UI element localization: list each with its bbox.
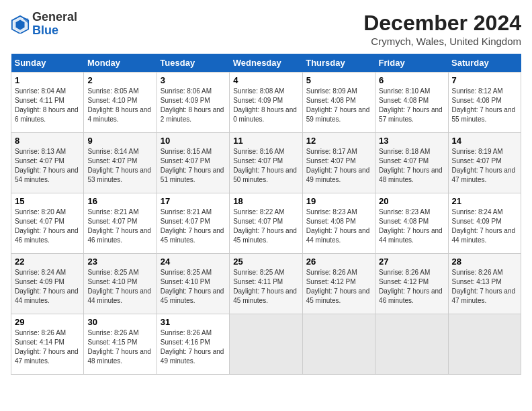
calendar-cell: 20Sunrise: 8:23 AMSunset: 4:08 PMDayligh… [375,193,448,254]
day-number: 1 [15,75,80,85]
day-info: Sunrise: 8:26 AMSunset: 4:12 PMDaylight:… [306,268,371,306]
day-number: 6 [379,75,444,85]
month-title: December 2024 [363,11,521,36]
weekday-header-saturday: Saturday [448,54,521,73]
logo-icon [11,15,30,34]
weekday-header-wednesday: Wednesday [230,54,302,73]
day-number: 25 [233,257,298,267]
day-info: Sunrise: 8:08 AMSunset: 4:09 PMDaylight:… [233,87,298,124]
calendar-cell: 21Sunrise: 8:24 AMSunset: 4:09 PMDayligh… [448,193,521,254]
day-info: Sunrise: 8:14 AMSunset: 4:07 PMDaylight:… [87,147,152,185]
day-number: 21 [452,196,517,206]
day-info: Sunrise: 8:22 AMSunset: 4:07 PMDaylight:… [233,208,298,245]
day-number: 31 [161,317,226,327]
calendar-cell: 8Sunrise: 8:13 AMSunset: 4:07 PMDaylight… [11,133,84,193]
day-number: 7 [452,75,517,85]
calendar-week-5: 29Sunrise: 8:26 AMSunset: 4:14 PMDayligh… [11,314,521,375]
day-info: Sunrise: 8:26 AMSunset: 4:16 PMDaylight:… [161,328,226,366]
calendar-cell [448,314,521,375]
calendar-cell: 29Sunrise: 8:26 AMSunset: 4:14 PMDayligh… [11,314,84,375]
title-section: December 2024 Crymych, Wales, United Kin… [363,11,521,47]
day-number: 19 [306,196,371,206]
location: Crymych, Wales, United Kingdom [363,36,521,47]
day-info: Sunrise: 8:20 AMSunset: 4:07 PMDaylight:… [15,208,80,245]
day-info: Sunrise: 8:23 AMSunset: 4:08 PMDaylight:… [306,208,371,245]
calendar-week-2: 8Sunrise: 8:13 AMSunset: 4:07 PMDaylight… [11,133,521,193]
day-info: Sunrise: 8:26 AMSunset: 4:12 PMDaylight:… [379,268,444,306]
day-number: 11 [233,136,298,146]
weekday-header-friday: Friday [375,54,448,73]
day-info: Sunrise: 8:04 AMSunset: 4:11 PMDaylight:… [15,87,80,124]
calendar-header: SundayMondayTuesdayWednesdayThursdayFrid… [11,54,521,73]
calendar-cell: 17Sunrise: 8:21 AMSunset: 4:07 PMDayligh… [157,193,229,254]
calendar-cell: 1Sunrise: 8:04 AMSunset: 4:11 PMDaylight… [11,73,84,133]
day-info: Sunrise: 8:26 AMSunset: 4:14 PMDaylight:… [15,328,80,366]
day-info: Sunrise: 8:25 AMSunset: 4:10 PMDaylight:… [161,268,226,306]
calendar-cell: 7Sunrise: 8:12 AMSunset: 4:08 PMDaylight… [448,73,521,133]
calendar-cell: 16Sunrise: 8:21 AMSunset: 4:07 PMDayligh… [84,193,157,254]
day-info: Sunrise: 8:26 AMSunset: 4:13 PMDaylight:… [452,268,517,306]
calendar-cell [375,314,448,375]
calendar-cell: 11Sunrise: 8:16 AMSunset: 4:07 PMDayligh… [230,133,302,193]
day-number: 27 [379,257,444,267]
calendar-cell [230,314,302,375]
calendar-table: SundayMondayTuesdayWednesdayThursdayFrid… [11,54,521,375]
weekday-header-monday: Monday [84,54,157,73]
calendar-cell: 23Sunrise: 8:25 AMSunset: 4:10 PMDayligh… [84,254,157,314]
day-number: 15 [15,196,80,206]
calendar-cell: 22Sunrise: 8:24 AMSunset: 4:09 PMDayligh… [11,254,84,314]
day-number: 23 [87,257,152,267]
day-info: Sunrise: 8:21 AMSunset: 4:07 PMDaylight:… [87,208,152,245]
calendar-cell: 6Sunrise: 8:10 AMSunset: 4:08 PMDaylight… [375,73,448,133]
day-number: 10 [161,136,226,146]
day-number: 30 [87,317,152,327]
calendar-cell: 2Sunrise: 8:05 AMSunset: 4:10 PMDaylight… [84,73,157,133]
calendar-week-4: 22Sunrise: 8:24 AMSunset: 4:09 PMDayligh… [11,254,521,314]
day-number: 24 [161,257,226,267]
day-number: 28 [452,257,517,267]
logo-text: General Blue [32,11,77,38]
calendar-cell [302,314,375,375]
day-info: Sunrise: 8:23 AMSunset: 4:08 PMDaylight:… [379,208,444,245]
day-number: 2 [87,75,152,85]
calendar-cell: 13Sunrise: 8:18 AMSunset: 4:07 PMDayligh… [375,133,448,193]
day-number: 9 [87,136,152,146]
calendar-cell: 12Sunrise: 8:17 AMSunset: 4:07 PMDayligh… [302,133,375,193]
day-info: Sunrise: 8:18 AMSunset: 4:07 PMDaylight:… [379,147,444,185]
calendar-cell: 19Sunrise: 8:23 AMSunset: 4:08 PMDayligh… [302,193,375,254]
calendar-cell: 4Sunrise: 8:08 AMSunset: 4:09 PMDaylight… [230,73,302,133]
calendar-cell: 30Sunrise: 8:26 AMSunset: 4:15 PMDayligh… [84,314,157,375]
day-info: Sunrise: 8:06 AMSunset: 4:09 PMDaylight:… [161,87,226,124]
day-number: 3 [161,75,226,85]
calendar-cell: 10Sunrise: 8:15 AMSunset: 4:07 PMDayligh… [157,133,229,193]
day-info: Sunrise: 8:25 AMSunset: 4:11 PMDaylight:… [233,268,298,306]
day-number: 26 [306,257,371,267]
logo-general: General [32,10,77,24]
day-number: 16 [87,196,152,206]
day-info: Sunrise: 8:13 AMSunset: 4:07 PMDaylight:… [15,147,80,185]
day-info: Sunrise: 8:17 AMSunset: 4:07 PMDaylight:… [306,147,371,185]
weekday-header-thursday: Thursday [302,54,375,73]
weekday-header-row: SundayMondayTuesdayWednesdayThursdayFrid… [11,54,521,73]
day-number: 5 [306,75,371,85]
day-info: Sunrise: 8:15 AMSunset: 4:07 PMDaylight:… [161,147,226,185]
calendar-cell: 31Sunrise: 8:26 AMSunset: 4:16 PMDayligh… [157,314,229,375]
weekday-header-sunday: Sunday [11,54,84,73]
day-info: Sunrise: 8:24 AMSunset: 4:09 PMDaylight:… [15,268,80,306]
day-info: Sunrise: 8:12 AMSunset: 4:08 PMDaylight:… [452,87,517,124]
day-number: 14 [452,136,517,146]
calendar-week-3: 15Sunrise: 8:20 AMSunset: 4:07 PMDayligh… [11,193,521,254]
calendar-cell: 24Sunrise: 8:25 AMSunset: 4:10 PMDayligh… [157,254,229,314]
day-info: Sunrise: 8:16 AMSunset: 4:07 PMDaylight:… [233,147,298,185]
calendar-cell: 5Sunrise: 8:09 AMSunset: 4:08 PMDaylight… [302,73,375,133]
day-number: 29 [15,317,80,327]
day-number: 20 [379,196,444,206]
day-number: 17 [161,196,226,206]
day-info: Sunrise: 8:05 AMSunset: 4:10 PMDaylight:… [87,87,152,124]
calendar-body: 1Sunrise: 8:04 AMSunset: 4:11 PMDaylight… [11,73,521,375]
day-info: Sunrise: 8:10 AMSunset: 4:08 PMDaylight:… [379,87,444,124]
day-number: 13 [379,136,444,146]
calendar-cell: 27Sunrise: 8:26 AMSunset: 4:12 PMDayligh… [375,254,448,314]
day-info: Sunrise: 8:21 AMSunset: 4:07 PMDaylight:… [161,208,226,245]
calendar-cell: 3Sunrise: 8:06 AMSunset: 4:09 PMDaylight… [157,73,229,133]
